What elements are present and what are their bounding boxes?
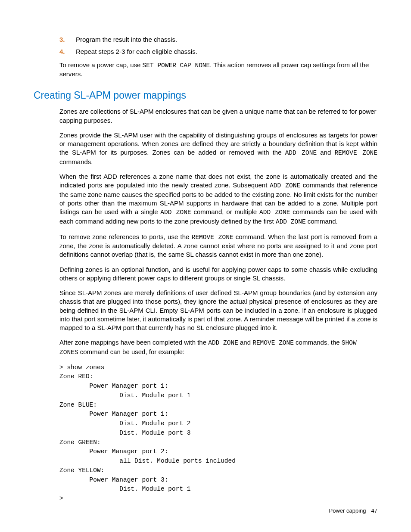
inline-code: ADD ZONE — [270, 182, 300, 189]
text-run: commands. — [59, 158, 93, 165]
remove-power-cap-para: To remove a power cap, use SET POWER CAP… — [59, 61, 377, 79]
text-run: commands, the — [294, 339, 342, 346]
code-block-show-zones: > show zones Zone RED: Power Manager por… — [59, 363, 377, 504]
text-run: command can be used, for example: — [78, 348, 185, 355]
inline-code: ADD ZONE — [208, 339, 238, 346]
inline-code: ADD ZONE — [259, 209, 290, 216]
step-number: 4. — [59, 47, 76, 56]
inline-code: ADD ZONE — [285, 149, 317, 156]
text-run: To remove zone references to ports, use … — [59, 233, 192, 240]
step-text: Repeat steps 2-3 for each eligible chass… — [76, 47, 197, 56]
text-run: command. — [306, 218, 338, 225]
inline-code: REMOVE ZONE — [192, 234, 234, 241]
footer-page-number: 47 — [371, 507, 377, 514]
step-4: 4. Repeat steps 2-3 for each eligible ch… — [59, 47, 377, 56]
inline-code: REMOVE ZONE — [252, 339, 294, 346]
step-3: 3. Program the result into the chassis. — [59, 35, 377, 44]
inline-code: SET POWER CAP NONE — [143, 62, 210, 69]
text-run: command, or multiple — [191, 208, 259, 215]
para-optional: Defining zones is an optional function, … — [59, 265, 377, 283]
text-run: and — [238, 339, 252, 346]
para-first-add: When the first ADD references a zone nam… — [59, 172, 377, 226]
para-after-mappings: After zone mappings have been completed … — [59, 338, 377, 357]
inline-code: REMOVE ZONE — [334, 149, 377, 156]
page-footer: Power capping47 — [329, 507, 377, 515]
step-text: Program the result into the chassis. — [76, 35, 177, 44]
para-intro: Zones are collections of SL-APM enclosur… — [59, 107, 377, 125]
footer-section: Power capping — [329, 507, 366, 514]
section-heading: Creating SL-APM power mappings — [34, 89, 377, 102]
para-remove-zone: To remove zone references to ports, use … — [59, 233, 377, 259]
step-number: 3. — [59, 35, 76, 44]
para-zones-provide: Zones provide the SL-APM user with the c… — [59, 131, 377, 166]
para-since-zones: Since SL-APM zones are merely definition… — [59, 289, 377, 332]
text-run: After zone mappings have been completed … — [59, 339, 208, 346]
numbered-steps: 3. Program the result into the chassis. … — [59, 35, 377, 56]
text-run: To remove a power cap, use — [59, 61, 143, 68]
text-run: and — [317, 149, 334, 156]
inline-code: ADD ZONE — [276, 218, 306, 225]
inline-code: ADD ZONE — [160, 209, 191, 216]
